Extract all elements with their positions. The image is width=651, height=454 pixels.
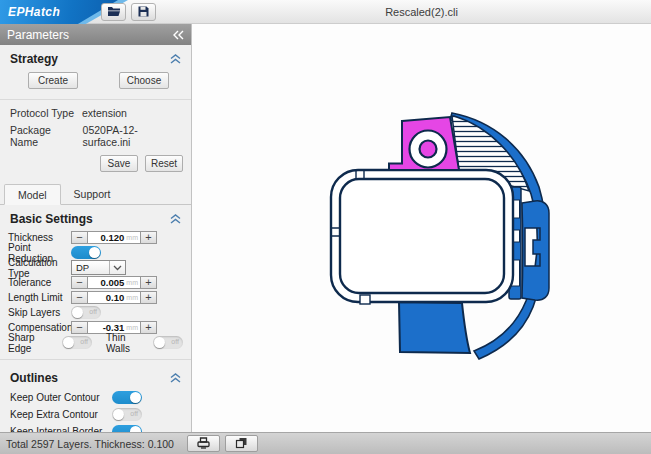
package-name-value: 0520PA-12-surface.ini	[83, 124, 181, 148]
thin-walls-label: Thin Walls	[106, 332, 143, 354]
thickness-value: 0.120	[101, 232, 125, 243]
toggle-off-text: off	[171, 338, 179, 345]
thickness-stepper: − 0.120 mm +	[71, 231, 157, 244]
outlines-title: Outlines	[10, 371, 58, 385]
skip-layers-label: Skip Layers	[8, 307, 71, 318]
basic-settings-collapse-icon[interactable]	[170, 214, 181, 224]
strategy-collapse-icon[interactable]	[170, 54, 181, 64]
slice-view-canvas[interactable]	[193, 24, 651, 432]
sharp-edge-thin-walls-row: Sharp Edge off Thin Walls off	[0, 335, 191, 350]
panel-title: Parameters	[7, 28, 69, 42]
skip-layers-row: Skip Layers off	[0, 305, 191, 320]
length-limit-row: Length Limit − 0.10 mm +	[0, 290, 191, 305]
basic-settings-section-header: Basic Settings	[0, 205, 191, 230]
tolerance-increment-button[interactable]: +	[140, 276, 157, 289]
floppy-disk-icon	[138, 3, 149, 21]
length-limit-input[interactable]: 0.10 mm	[88, 291, 140, 304]
calculation-type-row: Calculation Type DP	[0, 260, 191, 275]
keep-outer-contour-row: Keep Outer Contour	[0, 389, 191, 406]
outlines-collapse-icon[interactable]	[170, 373, 181, 383]
status-text: Total 2597 Layers. Thickness: 0.100	[6, 438, 174, 450]
protocol-type-row: Protocol Type extension	[0, 104, 191, 121]
bottom-support-block	[399, 302, 470, 353]
tab-support[interactable]: Support	[61, 184, 124, 204]
compensation-unit: mm	[126, 324, 138, 331]
folder-open-icon	[107, 3, 121, 21]
strategy-title: Strategy	[10, 52, 58, 66]
basic-settings-title: Basic Settings	[10, 212, 93, 226]
length-limit-unit: mm	[126, 294, 138, 301]
length-limit-value: 0.10	[106, 292, 125, 303]
hole-inner-ring	[420, 141, 437, 158]
divider	[0, 99, 191, 100]
keep-extra-contour-row: Keep Extra Contour off	[0, 406, 191, 423]
divider	[0, 359, 191, 360]
parameters-panel: Parameters Strategy Create Choose Protoc…	[0, 24, 192, 432]
copy-layers-button[interactable]	[225, 435, 258, 452]
document-title: Rescaled(2).cli	[192, 0, 651, 24]
parameters-panel-header: Parameters	[0, 24, 191, 45]
stacked-layers-icon	[235, 437, 248, 451]
toggle-off-text: off	[130, 410, 138, 417]
skip-layers-toggle[interactable]: off	[71, 306, 101, 319]
keep-extra-contour-label: Keep Extra Contour	[10, 409, 112, 420]
tolerance-label: Tolerance	[8, 277, 71, 288]
reset-button[interactable]: Reset	[145, 155, 183, 172]
length-limit-label: Length Limit	[8, 292, 71, 303]
tolerance-decrement-button[interactable]: −	[71, 276, 88, 289]
keep-internal-border-row: Keep Internal Border	[0, 423, 191, 432]
keep-extra-contour-toggle[interactable]: off	[112, 408, 142, 421]
choose-button[interactable]: Choose	[119, 72, 169, 89]
tolerance-stepper: − 0.005 mm +	[71, 276, 157, 289]
toggle-off-text: off	[89, 308, 97, 315]
dropdown-chevron-icon	[109, 261, 125, 274]
tab-model[interactable]: Model	[4, 184, 61, 205]
thin-walls-toggle[interactable]: off	[153, 336, 183, 349]
status-bar: Total 2597 Layers. Thickness: 0.100	[0, 432, 651, 454]
app-name: EPHatch	[8, 5, 60, 19]
sharp-edge-label: Sharp Edge	[8, 332, 56, 354]
calculation-type-value: DP	[72, 261, 109, 274]
thickness-input[interactable]: 0.120 mm	[88, 231, 140, 244]
keep-internal-border-toggle[interactable]	[112, 425, 142, 432]
save-file-button[interactable]	[131, 3, 156, 21]
part-slice-drawing	[193, 24, 651, 432]
right-connector-blob	[522, 201, 549, 300]
tolerance-value: 0.005	[101, 277, 125, 288]
tolerance-unit: mm	[126, 279, 138, 286]
title-bar: EPHatch Rescaled(2).cli	[0, 0, 651, 24]
print-button[interactable]	[187, 435, 220, 452]
package-name-row: Package Name 0520PA-12-surface.ini	[0, 121, 191, 150]
tolerance-input[interactable]: 0.005 mm	[88, 276, 140, 289]
calculation-type-dropdown[interactable]: DP	[71, 260, 126, 275]
printer-icon	[197, 437, 210, 451]
inner-contour	[340, 179, 504, 293]
point-reduction-toggle[interactable]	[71, 246, 101, 259]
sharp-edge-toggle[interactable]: off	[62, 336, 92, 349]
tolerance-row: Tolerance − 0.005 mm +	[0, 275, 191, 290]
calculation-type-label: Calculation Type	[8, 257, 71, 279]
protocol-type-label: Protocol Type	[10, 107, 74, 119]
outlines-section-header: Outlines	[0, 364, 191, 389]
application-window: EPHatch Rescaled(2).cli Parameters Strat…	[0, 0, 651, 454]
open-file-button[interactable]	[101, 3, 126, 21]
keep-outer-contour-label: Keep Outer Contour	[10, 392, 112, 403]
toggle-off-text: off	[80, 338, 88, 345]
strategy-buttons: Create Choose	[0, 70, 191, 97]
thickness-increment-button[interactable]: +	[140, 231, 157, 244]
length-limit-decrement-button[interactable]: −	[71, 291, 88, 304]
panel-collapse-icon[interactable]	[172, 30, 184, 40]
length-limit-increment-button[interactable]: +	[140, 291, 157, 304]
model-support-tabs: Model Support	[0, 178, 191, 205]
strategy-section-header: Strategy	[0, 45, 191, 70]
length-limit-stepper: − 0.10 mm +	[71, 291, 157, 304]
thickness-decrement-button[interactable]: −	[71, 231, 88, 244]
save-button[interactable]: Save	[100, 155, 138, 172]
save-reset-row: Save Reset	[0, 150, 191, 178]
create-button[interactable]: Create	[28, 72, 78, 89]
thickness-unit: mm	[126, 234, 138, 241]
keep-outer-contour-toggle[interactable]	[112, 391, 142, 404]
compensation-decrement-button[interactable]: −	[71, 321, 88, 334]
package-name-label: Package Name	[10, 124, 79, 148]
protocol-type-value: extension	[82, 107, 127, 119]
